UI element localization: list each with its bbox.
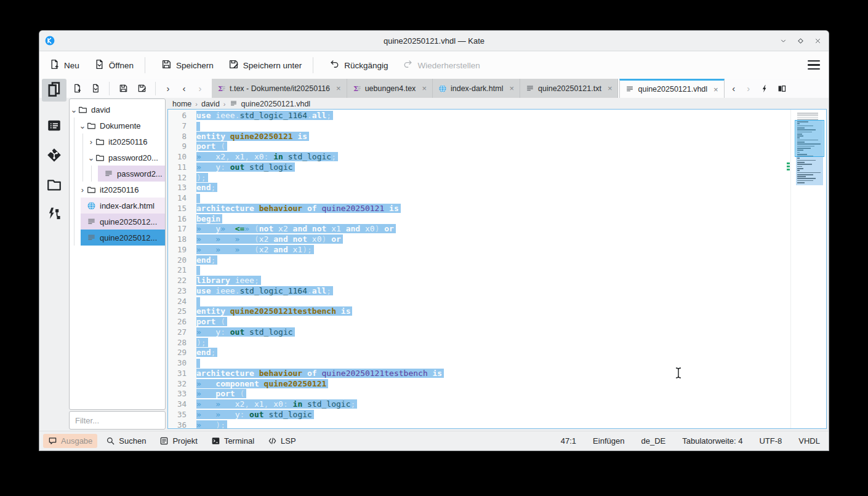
filter-input[interactable]	[69, 411, 166, 430]
statusbar-tab-width[interactable]: Tabulatorweite: 4	[682, 436, 742, 446]
code-line-36[interactable]: 36» );	[168, 420, 790, 429]
line-number: 20	[168, 255, 196, 266]
tree-item-index-dark.html[interactable]: index-dark.html	[70, 198, 165, 214]
tab-save-button[interactable]	[115, 81, 131, 96]
code-line-25[interactable]: 25entity quine20250121testbench is	[168, 306, 790, 317]
undo-button[interactable]: Rückgängig	[324, 55, 393, 75]
tree-item-Dokumente[interactable]: ⌄Dokumente	[70, 118, 165, 134]
minimap-scrollbar[interactable]	[790, 110, 826, 428]
chevron-down-icon[interactable]: ⌄	[78, 121, 87, 130]
code-line-6[interactable]: 6use ieee.std_logic_1164.all;	[168, 111, 790, 121]
tab-close-icon[interactable]: ×	[509, 84, 514, 93]
statusbar-terminal-button[interactable]: Terminal	[206, 434, 259, 448]
code-line-15[interactable]: 15architecture behaviour of quine2025012…	[168, 204, 790, 214]
code-line-13[interactable]: 13end;	[168, 183, 790, 193]
statusbar-insert-mode[interactable]: Einfügen	[593, 436, 624, 446]
folder-icon[interactable]	[44, 174, 65, 195]
statusbar-ausgabe-button[interactable]: Ausgabe	[43, 434, 97, 448]
statusbar-lsp-button[interactable]: LSP	[263, 434, 301, 448]
tab-uebungen4.tex[interactable]: Σuebungen4.tex×	[347, 79, 433, 98]
tree-item-david[interactable]: ⌄david	[70, 102, 165, 118]
tab-new-document-button[interactable]	[69, 81, 85, 96]
tab-close-icon[interactable]: ×	[608, 84, 613, 93]
statusbar-projekt-button[interactable]: Projekt	[155, 434, 202, 448]
code-line-30[interactable]: 30	[168, 358, 790, 369]
code-line-12[interactable]: 12);	[168, 173, 790, 183]
code-line-24[interactable]: 24	[168, 297, 790, 307]
tab-quine20250121.vhdl[interactable]: quine20250121.vhdl×	[619, 79, 724, 98]
code-view[interactable]: 6use ieee.std_logic_1164.all;78entity qu…	[167, 109, 827, 429]
minimize-button[interactable]	[778, 36, 788, 46]
code-line-7[interactable]: 7	[168, 121, 790, 132]
tab-close-icon[interactable]: ×	[713, 85, 718, 94]
code-line-28[interactable]: 28);	[168, 338, 790, 348]
code-line-31[interactable]: 31architecture behaviour of quine2025012…	[168, 369, 790, 379]
tab-close-icon[interactable]: ×	[336, 84, 341, 93]
code-line-26[interactable]: 26port (	[168, 317, 790, 327]
code-line-34[interactable]: 34» » x2, x1, x0: in std_logic;	[168, 399, 790, 410]
sidebar-toggle-documents[interactable]	[42, 79, 66, 102]
breadcrumb-item[interactable]: home	[172, 100, 191, 108]
code-line-23[interactable]: 23use ieee.std_logic_1164.all;	[168, 286, 790, 297]
split-view-icon[interactable]	[774, 81, 790, 96]
tab-scroll-right-icon[interactable]: ›	[742, 83, 755, 94]
code-line-9[interactable]: 9port (	[168, 142, 790, 152]
code-line-20[interactable]: 20end;	[168, 255, 790, 266]
tree-item-it20250116[interactable]: ›it20250116	[70, 182, 165, 198]
code-line-35[interactable]: 35» » y: out std_logic	[168, 410, 790, 420]
symbols-bolt-icon[interactable]	[44, 204, 65, 225]
chevron-down-icon[interactable]: ⌄	[87, 153, 95, 162]
statusbar-encoding[interactable]: UTF-8	[759, 436, 782, 446]
tree-item-it20250116[interactable]: ›it20250116	[70, 134, 165, 150]
code-line-27[interactable]: 27» y: out std_logic	[168, 327, 790, 338]
chevron-left-icon[interactable]: ‹	[177, 83, 191, 94]
chevron-right-icon[interactable]: ›	[87, 137, 95, 146]
tree-item-quine2025012...[interactable]: quine2025012...	[70, 230, 165, 246]
breadcrumb-item[interactable]: david	[201, 100, 220, 108]
statusbar-dictionary[interactable]: de_DE	[641, 436, 665, 446]
git-icon[interactable]	[44, 145, 65, 166]
code-line-8[interactable]: 8entity quine20250121 is	[168, 132, 790, 142]
save-button[interactable]: Speichern	[156, 55, 219, 75]
redo-button[interactable]: Wiederherstellen	[398, 55, 484, 75]
code-line-33[interactable]: 33» port (	[168, 389, 790, 399]
code-line-16[interactable]: 16begin	[168, 214, 790, 225]
tab-index-dark.html[interactable]: index-dark.html×	[433, 79, 520, 98]
code-line-32[interactable]: 32» component quine20250121	[168, 379, 790, 390]
statusbar-syntax-mode[interactable]: VHDL	[798, 436, 820, 446]
statusbar-cursor-position[interactable]: 47:1	[561, 436, 576, 446]
code-line-11[interactable]: 11» y: out std_logic	[168, 162, 790, 173]
tab-close-icon[interactable]: ×	[422, 84, 427, 93]
tab-quine20250121.txt[interactable]: quine20250121.txt×	[520, 79, 618, 98]
tab-t.tex - Dokumente/it20250116[interactable]: Σt.tex - Dokumente/it20250116×	[212, 79, 347, 98]
tree-item-password20...[interactable]: ⌄password20...	[70, 150, 165, 166]
quick-open-bolt-icon[interactable]	[757, 81, 773, 96]
maximize-button[interactable]	[795, 36, 805, 46]
code-line-19[interactable]: 19» » » (x2 and x1);	[168, 245, 790, 255]
code-line-21[interactable]: 21	[168, 265, 790, 276]
chevron-down-icon[interactable]: ⌄	[70, 105, 78, 114]
tab-open-button[interactable]	[87, 81, 103, 96]
code-line-14[interactable]: 14	[168, 193, 790, 204]
close-button[interactable]	[813, 36, 822, 46]
code-line-17[interactable]: 17» y» <=» (not x2 and not x1 and x0) or	[168, 224, 790, 234]
sidebar-item-list-icon[interactable]	[44, 115, 65, 136]
save-as-button[interactable]: Speichern unter	[223, 55, 307, 75]
statusbar-suchen-button[interactable]: Suchen	[101, 434, 151, 448]
code-line-10[interactable]: 10» x2, x1, x0: in std_logic;	[168, 152, 790, 162]
minimap-viewport[interactable]	[795, 120, 824, 157]
breadcrumb-file[interactable]: quine20250121.vhdl	[241, 100, 311, 108]
new-button[interactable]: Neu	[44, 55, 84, 75]
menu-hamburger-icon[interactable]	[808, 60, 820, 70]
chevron-right-icon[interactable]: ›	[193, 83, 207, 94]
tree-item-quine2025012...[interactable]: quine2025012...	[70, 214, 165, 230]
chevron-right-icon[interactable]: ›	[78, 185, 87, 194]
tree-item-password2...[interactable]: password2...	[70, 166, 165, 182]
chevron-right-icon[interactable]: ›	[161, 83, 175, 94]
code-line-18[interactable]: 18» » » (x2 and not x0) or	[168, 234, 790, 245]
code-line-29[interactable]: 29end;	[168, 348, 790, 358]
tab-scroll-left-icon[interactable]: ‹	[727, 83, 741, 94]
code-line-22[interactable]: 22library ieee;	[168, 276, 790, 286]
tab-save-as-button[interactable]	[134, 81, 150, 96]
open-button[interactable]: Öffnen	[89, 55, 139, 75]
